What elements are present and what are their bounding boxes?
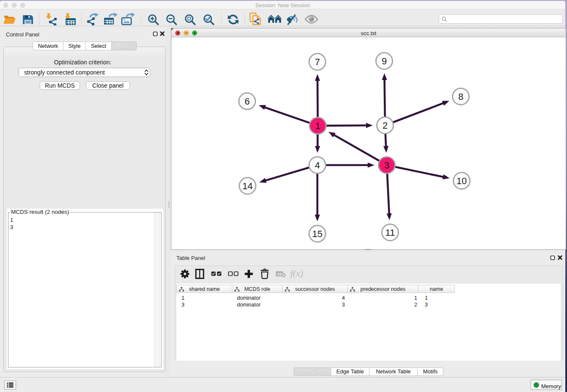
svg-text:11: 11 <box>385 227 395 238</box>
svg-text:8: 8 <box>458 91 463 102</box>
svg-text:6: 6 <box>245 96 250 107</box>
svg-text:2: 2 <box>383 120 388 131</box>
svg-text:7: 7 <box>315 57 320 67</box>
svg-text:4: 4 <box>315 160 320 171</box>
svg-text:15: 15 <box>312 229 322 239</box>
svg-text:3: 3 <box>384 160 389 171</box>
svg-text:14: 14 <box>242 181 253 191</box>
svg-text:10: 10 <box>457 176 467 186</box>
svg-text:1: 1 <box>315 121 320 131</box>
svg-text:9: 9 <box>382 56 387 66</box>
